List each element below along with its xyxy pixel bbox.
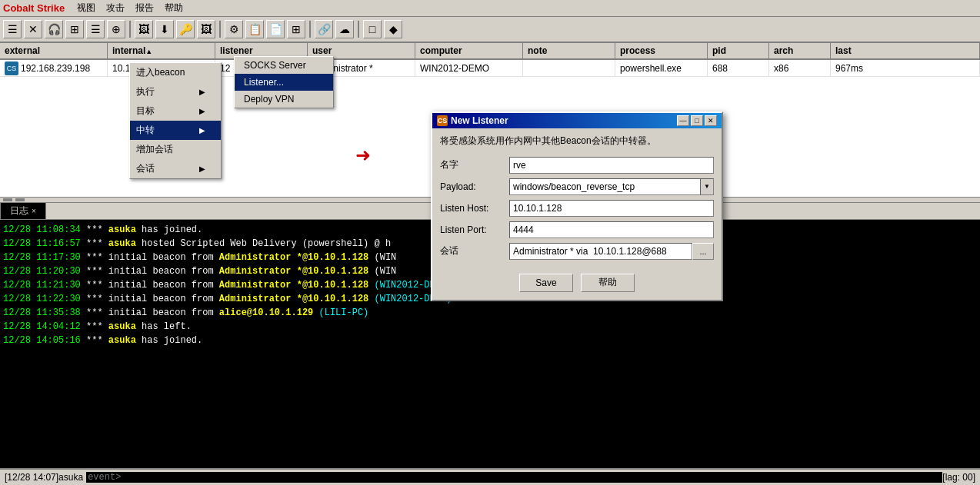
toolbar-btn-headphones[interactable]: 🎧 bbox=[45, 20, 63, 38]
context-item-target[interactable]: 目标 ▶ bbox=[130, 101, 221, 121]
submenu-arrow-session: ▶ bbox=[199, 164, 205, 173]
menu-report[interactable]: 报告 bbox=[131, 0, 158, 16]
toolbar-btn-image1[interactable]: 🖼 bbox=[135, 20, 153, 38]
context-item-relay[interactable]: 中转 ▶ bbox=[130, 121, 221, 140]
dialog-title-buttons: — □ ✕ bbox=[677, 115, 717, 126]
status-bar: [ 12/28 14:07 ] asuka [lag: 00] bbox=[0, 468, 980, 485]
form-label-listen-host: Listen Host: bbox=[440, 203, 509, 214]
menu-view[interactable]: 视图 bbox=[72, 0, 100, 16]
dialog-buttons: Save 帮助 bbox=[432, 271, 722, 300]
submenu-arrow-relay: ▶ bbox=[199, 126, 205, 135]
dialog-title-text: New Listener bbox=[451, 115, 508, 126]
session-input-group: ... bbox=[509, 243, 714, 260]
form-input-session[interactable] bbox=[509, 243, 692, 260]
toolbar-btn-gear[interactable]: ⚙ bbox=[225, 20, 243, 38]
app-window: Cobalt Strike 视图 攻击 报告 帮助 ☰ ✕ 🎧 ⊞ ☰ ⊕ 🖼 … bbox=[0, 0, 980, 485]
dialog-minimize-btn[interactable]: — bbox=[677, 115, 689, 126]
form-select-payload[interactable]: windows/beacon_reverse_tcp bbox=[509, 178, 701, 195]
lag-indicator: [lag: 00] bbox=[942, 472, 975, 483]
col-external[interactable]: external bbox=[0, 43, 108, 58]
log-tab-log[interactable]: 日志 × bbox=[0, 203, 46, 219]
log-line-9: 12/28 14:05:16 *** asuka has joined. bbox=[3, 334, 977, 347]
sort-asc-icon bbox=[145, 45, 152, 56]
toolbar: ☰ ✕ 🎧 ⊞ ☰ ⊕ 🖼 ⬇ 🔑 🖼 ⚙ 📋 📄 ⊞ 🔗 ☁ □ ◆ bbox=[0, 17, 980, 43]
context-item-add-session[interactable]: 增加会话 bbox=[130, 140, 221, 159]
toolbar-sep-3 bbox=[309, 21, 311, 38]
submenu-item-socks[interactable]: SOCKS Server bbox=[235, 57, 333, 74]
menu-attack[interactable]: 攻击 bbox=[102, 0, 129, 16]
toolbar-btn-key[interactable]: 🔑 bbox=[176, 20, 195, 38]
submenu-relay: SOCKS Server Listener... Deploy VPN bbox=[234, 56, 334, 108]
toolbar-sep-2 bbox=[219, 21, 221, 38]
col-arch[interactable]: arch bbox=[769, 43, 831, 58]
cell-arch: x86 bbox=[769, 60, 831, 76]
tab-close-btn[interactable]: × bbox=[32, 207, 36, 215]
toolbar-btn-1[interactable]: ☰ bbox=[3, 20, 22, 38]
form-row-session: 会话 ... bbox=[440, 243, 714, 260]
context-item-session[interactable]: 会话 ▶ bbox=[130, 159, 221, 178]
toolbar-sep-1 bbox=[129, 21, 131, 38]
dialog-help-btn[interactable]: 帮助 bbox=[581, 274, 635, 292]
session-browse-btn[interactable]: ... bbox=[692, 243, 714, 260]
toolbar-btn-square[interactable]: □ bbox=[363, 20, 382, 38]
submenu-arrow-target: ▶ bbox=[199, 107, 205, 115]
dialog-body: 名字 Payload: windows/beacon_reverse_tcp ▼… bbox=[432, 154, 722, 271]
event-input[interactable] bbox=[86, 472, 942, 483]
toolbar-btn-cloud[interactable]: ☁ bbox=[335, 20, 354, 38]
toolbar-btn-download[interactable]: ⬇ bbox=[155, 20, 174, 38]
form-row-listen-host: Listen Host: bbox=[440, 200, 714, 217]
col-note[interactable]: note bbox=[523, 43, 615, 58]
toolbar-btn-grid[interactable]: ⊞ bbox=[65, 20, 84, 38]
form-label-listen-port: Listen Port: bbox=[440, 224, 509, 235]
submenu-item-deploy-vpn[interactable]: Deploy VPN bbox=[235, 91, 333, 108]
toolbar-sep-4 bbox=[358, 21, 359, 38]
form-input-name[interactable] bbox=[509, 157, 714, 174]
status-time: 12/28 14:07 bbox=[7, 472, 55, 483]
form-input-listen-host[interactable] bbox=[509, 200, 714, 217]
dialog-icon: CS bbox=[437, 115, 448, 126]
dialog-description: 将受感染系统用作内网中其他Beacon会话的中转器。 bbox=[432, 128, 722, 154]
divider-handle bbox=[3, 198, 12, 201]
cell-last: 967ms bbox=[831, 60, 980, 76]
cell-pid: 688 bbox=[708, 60, 769, 76]
col-last[interactable]: last bbox=[831, 43, 980, 58]
context-item-enter-beacon[interactable]: 进入beacon bbox=[130, 63, 221, 82]
dialog-maximize-btn[interactable]: □ bbox=[691, 115, 703, 126]
toolbar-btn-grid2[interactable]: ⊞ bbox=[287, 20, 305, 38]
col-process[interactable]: process bbox=[615, 43, 708, 58]
cell-process: powershell.exe bbox=[615, 60, 708, 76]
form-label-name: 名字 bbox=[440, 158, 509, 171]
cell-external: CS 192.168.239.198 bbox=[0, 60, 108, 76]
submenu-item-listener[interactable]: Listener... bbox=[235, 74, 333, 91]
col-computer[interactable]: computer bbox=[415, 43, 523, 58]
beacon-icon: CS bbox=[5, 61, 18, 75]
dialog-close-btn[interactable]: ✕ bbox=[705, 115, 717, 126]
context-menu: 进入beacon 执行 ▶ 目标 ▶ 中转 ▶ 增加会话 会话 ▶ bbox=[129, 62, 222, 179]
toolbar-btn-list[interactable]: ☰ bbox=[86, 20, 105, 38]
toolbar-btn-diamond[interactable]: ◆ bbox=[384, 20, 402, 38]
form-row-listen-port: Listen Port: bbox=[440, 221, 714, 238]
context-item-execute[interactable]: 执行 ▶ bbox=[130, 82, 221, 101]
form-row-name: 名字 bbox=[440, 157, 714, 174]
toolbar-btn-2[interactable]: ✕ bbox=[24, 20, 42, 38]
toolbar-btn-crosshair[interactable]: ⊕ bbox=[107, 20, 125, 38]
toolbar-btn-image2[interactable]: 🖼 bbox=[197, 20, 215, 38]
form-select-wrap-payload: windows/beacon_reverse_tcp ▼ bbox=[509, 178, 714, 195]
select-arrow-payload[interactable]: ▼ bbox=[700, 178, 714, 195]
status-user: asuka bbox=[58, 472, 83, 483]
toolbar-btn-doc[interactable]: 📄 bbox=[266, 20, 285, 38]
app-title: Cobalt Strike bbox=[3, 2, 65, 14]
new-listener-dialog: CS New Listener — □ ✕ 将受感染系统用作内网中其他Beaco… bbox=[431, 111, 723, 301]
col-internal[interactable]: internal bbox=[108, 43, 215, 58]
menubar: Cobalt Strike 视图 攻击 报告 帮助 bbox=[0, 0, 980, 17]
form-input-listen-port[interactable] bbox=[509, 221, 714, 238]
toolbar-btn-link[interactable]: 🔗 bbox=[315, 20, 333, 38]
col-pid[interactable]: pid bbox=[708, 43, 769, 58]
menu-help[interactable]: 帮助 bbox=[160, 0, 188, 16]
dialog-save-btn[interactable]: Save bbox=[519, 274, 573, 292]
dialog-titlebar: CS New Listener — □ ✕ bbox=[432, 113, 722, 128]
form-row-payload: Payload: windows/beacon_reverse_tcp ▼ bbox=[440, 178, 714, 195]
submenu-arrow-execute: ▶ bbox=[199, 88, 205, 96]
form-label-session: 会话 bbox=[440, 244, 509, 257]
toolbar-btn-clipboard[interactable]: 📋 bbox=[245, 20, 264, 38]
